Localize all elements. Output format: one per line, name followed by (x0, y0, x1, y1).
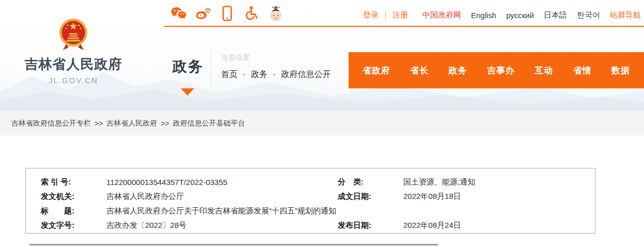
document-metadata-table: 索 引 号: 11220000013544357T/2022-03355 分 类… (25, 168, 595, 234)
utility-links: 登录 注册 中国政府网 English русский 日本語 한국어 站群导航 (363, 10, 641, 20)
auth-divider (385, 11, 386, 19)
nav-interaction[interactable]: 互动 (535, 65, 553, 76)
written-date-value: 2022年08月18日 (403, 192, 595, 202)
header-accent-line (164, 26, 644, 27)
gov-cn-link[interactable]: 中国政府网 (422, 10, 461, 20)
current-location-label: 当前位置 (221, 53, 250, 63)
document-number-value: 吉政办发〔2022〕28号 (106, 221, 338, 230)
caret-down-icon (181, 88, 194, 96)
table-row: 索 引 号: 11220000013544357T/2022-03355 分 类… (26, 175, 595, 189)
document-number-label: 发文字号: (41, 221, 106, 230)
register-link[interactable]: 注册 (392, 10, 408, 20)
title-value: 吉林省人民政府办公厅关于印发吉林省能源发展“十四五”规划的通知 (106, 206, 595, 216)
index-number-value: 11220000013544357T/2022-03355 (106, 178, 338, 187)
breadcrumb-dot: • (243, 72, 245, 78)
nav-jishiban[interactable]: 吉事办 (487, 65, 515, 76)
site-domain: JL.GOV.CN (24, 76, 122, 85)
breadcrumb-zhengwu[interactable]: 政务 (251, 69, 268, 80)
path-separator: >> (95, 119, 103, 128)
breadcrumb-dot: • (273, 72, 275, 78)
issuing-agency-value: 吉林省人民政府办公厅 (106, 192, 338, 202)
nav-provincial-government[interactable]: 省政府 (363, 65, 390, 76)
page-root: 吉林省人民政府 JL.GOV.CN (0, 0, 644, 247)
section-title: 政务 (172, 57, 203, 76)
mobile-icon[interactable] (219, 5, 235, 22)
table-row: 标 题: 吉林省人民政府办公厅关于印发吉林省能源发展“十四五”规划的通知 (26, 204, 595, 218)
category-label: 分 类: (338, 177, 403, 187)
nav-government-affairs[interactable]: 政务 (449, 65, 467, 76)
wechat-icon[interactable] (170, 5, 187, 22)
written-date-label: 成文日期: (338, 192, 403, 202)
social-icon-row (170, 5, 284, 22)
table-row: 发文机关: 吉林省人民政府办公厅 成文日期: 2022年08月18日 (26, 189, 595, 204)
issuing-agency-label: 发文机关: (41, 192, 106, 202)
breadcrumb: 首页 • 政务 • 政府信息公开 (221, 69, 331, 80)
login-link[interactable]: 登录 (363, 10, 379, 20)
nav-data[interactable]: 数据 (611, 65, 630, 76)
path-provincial-government[interactable]: 吉林省人民政府 (106, 119, 157, 128)
site-group-nav-link[interactable]: 站群导航 (610, 10, 641, 20)
site-name: 吉林省人民政府 (24, 55, 122, 73)
category-value: 国土资源、能源;通知 (403, 177, 595, 187)
site-header: 吉林省人民政府 JL.GOV.CN (0, 0, 644, 111)
accessibility-icon[interactable] (243, 5, 260, 22)
info-disclosure-path-bar: 吉林省政府信息公开专栏 >> 吉林省人民政府 >> 政府信息公开基础平台 (0, 111, 644, 135)
lang-japanese-link[interactable]: 日本語 (544, 10, 567, 20)
breadcrumb-info-disclosure[interactable]: 政府信息公开 (281, 69, 331, 80)
header-vertical-divider (211, 51, 211, 86)
index-number-label: 索 引 号: (41, 177, 106, 187)
title-label: 标 题: (41, 206, 106, 216)
path-disclosure-platform[interactable]: 政府信息公开基础平台 (173, 119, 245, 128)
publish-date-value: 2022年08月24日 (403, 221, 595, 230)
lang-russian-link[interactable]: русский (506, 11, 534, 20)
nav-province-overview[interactable]: 省情 (573, 65, 592, 76)
publish-date-label: 发布日期: (338, 221, 403, 230)
national-emblem-icon (58, 18, 88, 52)
lang-english-link[interactable]: English (471, 11, 496, 20)
breadcrumb-home[interactable]: 首页 (221, 69, 238, 80)
mascot-icon[interactable] (268, 5, 284, 22)
site-logo[interactable]: 吉林省人民政府 JL.GOV.CN (24, 18, 122, 85)
main-nav: 省政府 省长 政务 吉事办 互动 省情 数据 (349, 52, 644, 88)
weibo-icon[interactable] (195, 5, 211, 22)
lang-korean-link[interactable]: 한국어 (577, 10, 600, 20)
content-divider-line (29, 244, 438, 245)
nav-governor[interactable]: 省长 (410, 65, 429, 76)
path-disclosure-column[interactable]: 吉林省政府信息公开专栏 (11, 119, 91, 128)
table-row: 发文字号: 吉政办发〔2022〕28号 发布日期: 2022年08月24日 (26, 218, 595, 233)
path-separator: >> (161, 119, 169, 128)
